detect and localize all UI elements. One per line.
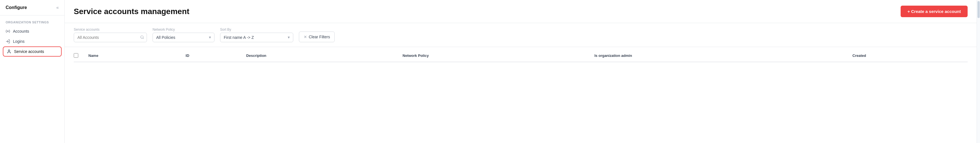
- service-accounts-input-wrapper: [74, 33, 147, 42]
- table-header-name: Name: [85, 49, 182, 62]
- select-all-checkbox[interactable]: [74, 53, 78, 58]
- service-accounts-filter-group: Service accounts: [74, 28, 147, 42]
- svg-point-2: [8, 50, 10, 51]
- table-header-is-org-admin: Is organization admin: [591, 49, 849, 62]
- sort-by-filter-label: Sort By: [220, 28, 293, 32]
- service-accounts-search-input[interactable]: [74, 33, 147, 42]
- main-content: Service accounts management + Create a s…: [65, 0, 977, 143]
- sort-by-select[interactable]: First name A -> Z: [220, 33, 293, 42]
- network-policy-select[interactable]: All Policies: [153, 33, 215, 42]
- table-header-id: ID: [182, 49, 243, 62]
- network-policy-select-wrapper: All Policies ▼: [153, 33, 215, 42]
- scrollbar[interactable]: [977, 0, 980, 143]
- table-header-created: Created: [849, 49, 967, 62]
- table-header-network-policy: Network Policy: [399, 49, 591, 62]
- main-header: Service accounts management + Create a s…: [65, 0, 977, 23]
- collapse-icon[interactable]: «: [56, 5, 59, 10]
- svg-line-4: [143, 38, 144, 38]
- table-container: Name ID Description Network Policy Is or…: [65, 47, 977, 143]
- network-policy-filter-group: Network Policy All Policies ▼: [153, 28, 215, 42]
- accounts-icon: [6, 29, 10, 33]
- sidebar-header: Configure «: [0, 0, 64, 16]
- filters-bar: Service accounts Network Policy All Poli…: [65, 23, 977, 47]
- service-accounts-filter-label: Service accounts: [74, 28, 147, 32]
- table-header: Name ID Description Network Policy Is or…: [74, 49, 967, 62]
- svg-point-0: [7, 31, 8, 32]
- sidebar: Configure « Organization settings Accoun…: [0, 0, 65, 143]
- sidebar-section-label: Organization settings: [0, 16, 64, 26]
- clear-filters-x-icon: ✕: [304, 35, 307, 39]
- network-policy-filter-label: Network Policy: [153, 28, 215, 32]
- create-service-account-button[interactable]: + Create a service account: [900, 6, 967, 17]
- page-title: Service accounts management: [74, 7, 189, 16]
- table-header-checkbox: [74, 49, 85, 62]
- table-header-row: Name ID Description Network Policy Is or…: [74, 49, 967, 62]
- clear-filters-label: Clear Filters: [309, 35, 330, 39]
- table-header-description: Description: [243, 49, 399, 62]
- service-accounts-icon: [7, 49, 11, 54]
- scrollbar-thumb[interactable]: [977, 1, 980, 18]
- sidebar-item-accounts[interactable]: Accounts: [0, 26, 64, 36]
- sidebar-item-logins-label: Logins: [13, 39, 24, 44]
- sidebar-item-logins[interactable]: Logins: [0, 36, 64, 46]
- sort-by-filter-group: Sort By First name A -> Z ▼: [220, 28, 293, 42]
- sort-by-select-wrapper: First name A -> Z ▼: [220, 33, 293, 42]
- sidebar-title: Configure: [6, 5, 27, 10]
- sidebar-item-accounts-label: Accounts: [13, 29, 29, 33]
- sidebar-item-service-accounts[interactable]: Service accounts: [3, 46, 62, 57]
- sidebar-item-service-accounts-label: Service accounts: [14, 49, 44, 54]
- clear-filters-button[interactable]: ✕ Clear Filters: [299, 32, 335, 42]
- service-accounts-table: Name ID Description Network Policy Is or…: [74, 49, 967, 62]
- logins-icon: [6, 39, 10, 44]
- search-icon: [140, 35, 144, 40]
